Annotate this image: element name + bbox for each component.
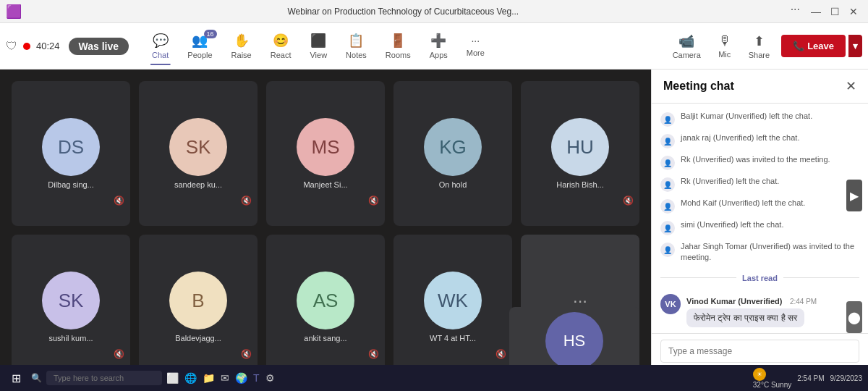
- toolbar: 🛡 40:24 Was live 💬 Chat 👥 People 16 ✋ Ra…: [0, 23, 868, 70]
- weather-condition: Sunny: [771, 381, 791, 389]
- more-nav-icon: ···: [471, 35, 480, 46]
- avatar-sk2: SK: [42, 272, 100, 329]
- chat-panel: Meeting chat ✕ 👤 Baljit Kumar (Unverifie…: [651, 70, 868, 391]
- taskbar-settings-icon[interactable]: ⚙: [265, 372, 275, 384]
- nav-react[interactable]: 😊 React: [262, 28, 300, 64]
- side-nav-bottom-arrow[interactable]: ⬤: [846, 301, 862, 333]
- message-vinod: VK Vinod Kumar (Unverified) 2:44 PM फेरो…: [660, 291, 859, 330]
- video-grid: DS Dilbag sing... 🔇 SK sandeep ku... 🔇 M…: [0, 70, 651, 391]
- view-nav-label: View: [310, 51, 327, 59]
- chat-messages[interactable]: 👤 Baljit Kumar (Unverified) left the cha…: [652, 104, 868, 333]
- name-sk2: sushil kum...: [46, 334, 95, 342]
- sender-name-vinod: Vinod Kumar (Unverified): [686, 297, 782, 306]
- chat-nav-label: Chat: [152, 51, 169, 59]
- react-nav-icon: 😊: [273, 33, 289, 49]
- avatar-wk: WK: [424, 272, 482, 329]
- taskbar-chrome-icon[interactable]: 🌍: [235, 372, 247, 384]
- nav-people[interactable]: 👥 People 16: [179, 28, 221, 64]
- camera-button[interactable]: 📹 Camera: [667, 30, 707, 62]
- toolbar-nav: 💬 Chat 👥 People 16 ✋ Raise 😊 React ⬛ Vie…: [143, 28, 664, 64]
- mic-button[interactable]: 🎙 Mic: [712, 30, 737, 62]
- notes-nav-icon: 📋: [348, 33, 364, 49]
- search-icon: 🔍: [31, 373, 42, 383]
- rooms-nav-icon: 🚪: [390, 33, 406, 49]
- mic-sk1: 🔇: [241, 196, 252, 206]
- side-nav-right-arrow[interactable]: ▶: [846, 180, 862, 211]
- avatar-b: B: [169, 272, 227, 329]
- temp-weather: ☀ 32°C Sunny: [753, 368, 791, 389]
- apps-nav-icon: ➕: [430, 33, 446, 49]
- participant-ds: DS Dilbag sing... 🔇: [12, 81, 130, 226]
- mic-wk: 🔇: [495, 349, 506, 359]
- mic-ds: 🔇: [114, 196, 124, 206]
- close-button[interactable]: ✕: [845, 3, 862, 20]
- chat-close-button[interactable]: ✕: [846, 78, 856, 94]
- event-text-rk-leave: Rk (Unverified) left the chat.: [681, 176, 779, 187]
- temp-value: 32°C: [753, 381, 769, 389]
- event-kaif: 👤 Mohd Kaif (Unverified) left the chat.: [660, 196, 859, 215]
- participant-kg: KG On hold: [393, 81, 512, 226]
- mic-hu: 🔇: [623, 196, 634, 206]
- event-icon-simi: 👤: [660, 221, 675, 235]
- title-more-dots: ···: [785, 3, 806, 20]
- nav-rooms[interactable]: 🚪 Rooms: [377, 28, 420, 64]
- avatar-hu: HU: [551, 118, 609, 176]
- event-icon-leave: 👤: [660, 112, 675, 127]
- participant-ms: MS Manjeet Si... 🔇: [266, 81, 385, 226]
- participant-as: AS ankit sang... 🔇: [266, 235, 385, 379]
- event-rk-leave: 👤 Rk (Unverified) left the chat.: [660, 175, 859, 193]
- event-jahar: 👤 Jahar Singh Tomar (Unverified) was inv…: [660, 240, 859, 265]
- title-bar-left: 🟪: [6, 4, 22, 20]
- nav-more[interactable]: ··· More: [458, 30, 493, 62]
- chat-header: Meeting chat ✕: [652, 70, 868, 104]
- name-ds: Dilbag sing...: [45, 180, 97, 189]
- rooms-nav-label: Rooms: [386, 51, 411, 59]
- nav-view[interactable]: ⬛ View: [301, 28, 336, 64]
- mic-b: 🔇: [241, 349, 252, 359]
- taskbar-folder-icon[interactable]: 📁: [203, 372, 215, 384]
- taskbar: ⊞ 🔍 ⬜ 🌐 📁 ✉ 🌍 T ⚙ ☀ 32°C Sunny 2:54 PM 9…: [0, 365, 868, 391]
- divider-line-left: [660, 277, 736, 278]
- camera-label: Camera: [673, 51, 701, 59]
- taskbar-task-icon[interactable]: ⬜: [166, 372, 179, 384]
- event-baljit: 👤 Baljit Kumar (Unverified) left the cha…: [660, 109, 859, 128]
- chat-input[interactable]: [660, 340, 859, 363]
- nav-raise[interactable]: ✋ Raise: [223, 28, 260, 64]
- chat-title: Meeting chat: [663, 80, 734, 93]
- start-button[interactable]: ⊞: [6, 369, 27, 388]
- avatar-as: AS: [297, 272, 354, 329]
- mic-label: Mic: [718, 50, 731, 59]
- taskbar-search-input[interactable]: [46, 371, 162, 385]
- shield-icon: 🛡: [6, 40, 17, 53]
- avatar-ms: MS: [297, 118, 354, 176]
- apps-nav-label: Apps: [430, 51, 448, 59]
- share-button[interactable]: ⬆ Share: [743, 30, 775, 62]
- notes-nav-label: Notes: [346, 51, 367, 59]
- event-text-simi: simi (Unverified) left the chat.: [681, 219, 783, 230]
- minimize-button[interactable]: —: [807, 3, 825, 20]
- sender-vinod: Vinod Kumar (Unverified) 2:44 PM: [686, 294, 859, 307]
- avatar-kg: KG: [424, 118, 482, 176]
- taskbar-time: 2:54 PM: [797, 374, 824, 382]
- event-icon-kaif: 👤: [660, 199, 675, 214]
- leave-chevron-button[interactable]: ▾: [848, 35, 862, 57]
- was-live-badge: Was live: [69, 38, 129, 55]
- leave-button[interactable]: 📞 Leave: [781, 35, 846, 57]
- name-b: Baldevjagg...: [172, 334, 224, 342]
- maximize-button[interactable]: ☐: [826, 3, 843, 20]
- divider-line-right: [783, 277, 859, 278]
- taskbar-date: 9/29/2023: [830, 374, 863, 382]
- participant-hu: HU Harish Bish... 🔇: [521, 81, 639, 226]
- event-simi: 👤 simi (Unverified) left the chat.: [660, 218, 859, 237]
- chat-nav-icon: 💬: [153, 33, 169, 49]
- bubble-vinod: Vinod Kumar (Unverified) 2:44 PM फेरोमेन…: [686, 294, 859, 327]
- taskbar-edge-icon[interactable]: 🌐: [184, 372, 197, 384]
- nav-notes[interactable]: 📋 Notes: [337, 28, 375, 64]
- taskbar-right: ☀ 32°C Sunny 2:54 PM 9/29/2023: [753, 368, 862, 389]
- title-bar: 🟪 Webinar on Production Technology of Cu…: [0, 0, 868, 23]
- taskbar-mail-icon[interactable]: ✉: [221, 372, 229, 384]
- react-nav-label: React: [271, 51, 292, 59]
- nav-apps[interactable]: ➕ Apps: [421, 28, 456, 64]
- taskbar-teams-icon[interactable]: T: [253, 372, 260, 384]
- nav-chat[interactable]: 💬 Chat: [143, 28, 177, 64]
